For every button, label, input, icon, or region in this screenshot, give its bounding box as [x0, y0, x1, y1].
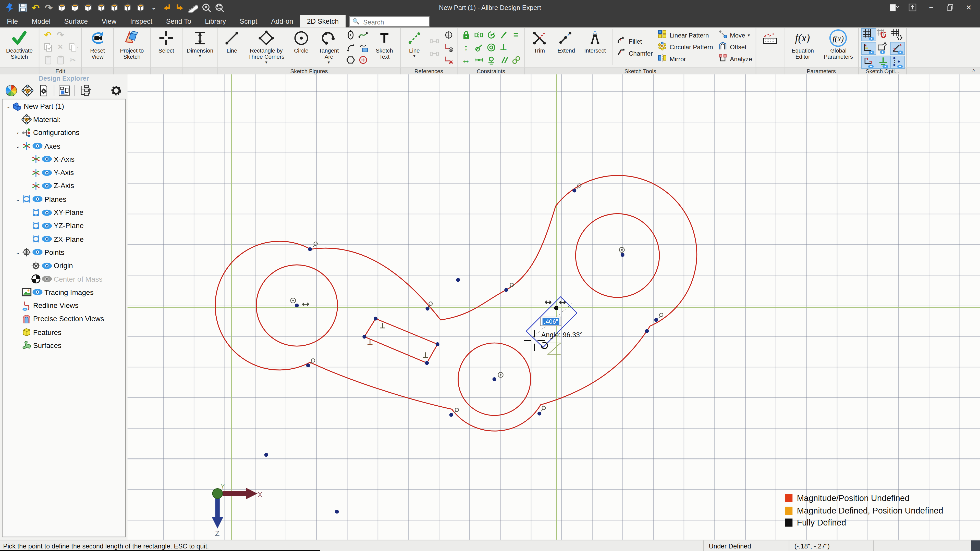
chain-icon[interactable] [510, 54, 522, 66]
mirror-button[interactable]: Mirror [658, 54, 713, 65]
sketch-point[interactable] [295, 303, 299, 307]
cornerx-icon[interactable] [442, 41, 455, 53]
ribbon-collapse-button[interactable]: ^ [972, 68, 975, 74]
sketch-point[interactable] [308, 248, 312, 251]
visibility-eye-icon[interactable] [32, 195, 43, 203]
equation-editor-button[interactable]: f(x)Equation Editor [786, 28, 819, 66]
tree-xy-plane[interactable]: XY-Plane [3, 206, 125, 219]
sketch-point[interactable] [504, 288, 508, 292]
sketch-point[interactable] [493, 377, 496, 381]
sketch-point[interactable] [363, 335, 366, 338]
gridt-icon[interactable] [862, 28, 877, 41]
color-scheme-button[interactable] [889, 3, 899, 13]
menu-item-script[interactable]: Script [233, 15, 264, 27]
menu-item-send-to[interactable]: Send To [159, 15, 198, 27]
tree-surfaces[interactable]: Surfaces [3, 339, 125, 352]
tree-origin[interactable]: Origin [3, 259, 125, 272]
move-button[interactable]: Move▾ [718, 30, 752, 41]
expander-icon[interactable]: ⌄ [14, 143, 21, 149]
minimize-button[interactable]: – [926, 3, 936, 13]
tree-features[interactable]: Features [3, 326, 125, 339]
redo-icon[interactable]: ↷ [43, 2, 54, 13]
next-view-icon[interactable] [174, 2, 186, 13]
varr-icon[interactable]: ↕ [460, 41, 472, 53]
explorer-settings-icon[interactable] [110, 84, 123, 97]
view-orientation-icon[interactable] [96, 2, 107, 13]
cornerstar-icon[interactable] [442, 54, 455, 66]
visibility-eye-icon[interactable] [41, 261, 52, 270]
grnd2-icon[interactable] [876, 56, 891, 68]
rectangle-three-corners-button[interactable]: Rectangle by Three Corners▾ [245, 28, 288, 66]
search-input[interactable] [362, 17, 426, 26]
deactivate-sketch-button[interactable]: Deactivate Sketch [1, 28, 38, 66]
magnet-icon[interactable] [876, 28, 890, 40]
sketch-point[interactable] [425, 361, 429, 365]
tree-x-axis[interactable]: X-Axis [3, 152, 125, 166]
midp-icon[interactable] [473, 54, 484, 66]
pin-window-button[interactable] [907, 3, 918, 13]
menu-item-view[interactable]: View [95, 15, 123, 27]
refnode-icon[interactable] [428, 48, 440, 59]
lock-icon[interactable] [460, 29, 472, 41]
line-button[interactable]: Line [220, 28, 245, 66]
view-orientation-icon[interactable] [83, 2, 94, 13]
refcirc-icon[interactable] [357, 54, 369, 66]
sketch-circle-right[interactable] [576, 214, 659, 297]
tree-points[interactable]: ⌄Points [3, 246, 125, 259]
pointref-icon[interactable] [442, 29, 455, 41]
menu-item-add-on[interactable]: Add-on [264, 15, 300, 27]
reference-line-button[interactable]: Line▾ [402, 28, 427, 66]
tree-new-part[interactable]: ⌄New Part (1) [3, 99, 125, 113]
visibility-eye-icon[interactable] [41, 275, 52, 283]
restore-button[interactable] [945, 3, 955, 13]
select-button[interactable]: Select [152, 28, 181, 66]
resize-grip[interactable] [971, 540, 980, 551]
part-data-icon[interactable] [38, 84, 50, 97]
close-button[interactable]: ✕ [964, 3, 974, 13]
tree-y-axis[interactable]: Y-Axis [3, 166, 125, 179]
reset-view-button[interactable]: Reset View [83, 28, 112, 66]
view-orientation-icon[interactable] [56, 2, 67, 13]
circular-pattern-button[interactable]: Circular Pattern [658, 42, 713, 52]
tree-planes[interactable]: ⌄Planes [3, 192, 125, 206]
perpg-icon[interactable]: ⊥ [497, 41, 509, 53]
tree-configurations[interactable]: ›Configurations [3, 126, 125, 139]
sketch-point[interactable] [645, 329, 649, 333]
visibility-eye-icon[interactable] [41, 155, 52, 164]
expander-icon[interactable]: ⌄ [14, 196, 21, 202]
gridgear-icon[interactable] [890, 28, 904, 40]
spline-icon[interactable] [357, 29, 369, 41]
sketch-point[interactable] [374, 317, 377, 321]
menu-item-file[interactable]: File [0, 15, 25, 27]
alibre-logo-icon[interactable] [4, 2, 15, 13]
expander-icon[interactable]: ⌄ [5, 103, 12, 109]
view-orientation-icon[interactable] [109, 2, 120, 13]
keyboard-entry-button[interactable] [758, 28, 783, 66]
sketch-rectangle[interactable] [364, 319, 438, 363]
dimension-value-input[interactable]: .406" [540, 317, 561, 326]
tree-axes[interactable]: ⌄Axes [3, 139, 125, 152]
zoom-cancel-icon[interactable] [200, 2, 212, 13]
intersect-button[interactable]: Intersect [580, 28, 610, 66]
sketch-point[interactable] [264, 453, 268, 457]
offset-button[interactable]: Offset [718, 42, 752, 52]
tree-center-of-mass[interactable]: Center of Mass [3, 272, 125, 286]
undo-icon[interactable]: ↶ [30, 2, 41, 13]
sketch-point[interactable] [620, 253, 625, 257]
parl-icon[interactable] [497, 54, 509, 66]
ellipsep-icon[interactable] [344, 29, 356, 41]
menu-item-inspect[interactable]: Inspect [123, 15, 159, 27]
sketch-point[interactable] [335, 510, 339, 513]
global-parameters-button[interactable]: f(x)Global Parameters [820, 28, 857, 66]
previous-view-icon[interactable] [161, 2, 172, 13]
analyze-button[interactable]: Analyze [718, 54, 752, 65]
ptdim-icon[interactable] [890, 56, 905, 68]
visibility-eye-icon[interactable] [32, 141, 43, 150]
measure-icon[interactable] [188, 2, 199, 13]
splfile-icon[interactable] [357, 41, 369, 53]
polygon-icon[interactable] [344, 54, 356, 66]
menu-item-model[interactable]: Model [25, 15, 57, 27]
sketch-point[interactable] [538, 412, 541, 416]
view-orientation-icon[interactable] [122, 2, 133, 13]
tree-z-axis[interactable]: Z-Axis [3, 179, 125, 192]
